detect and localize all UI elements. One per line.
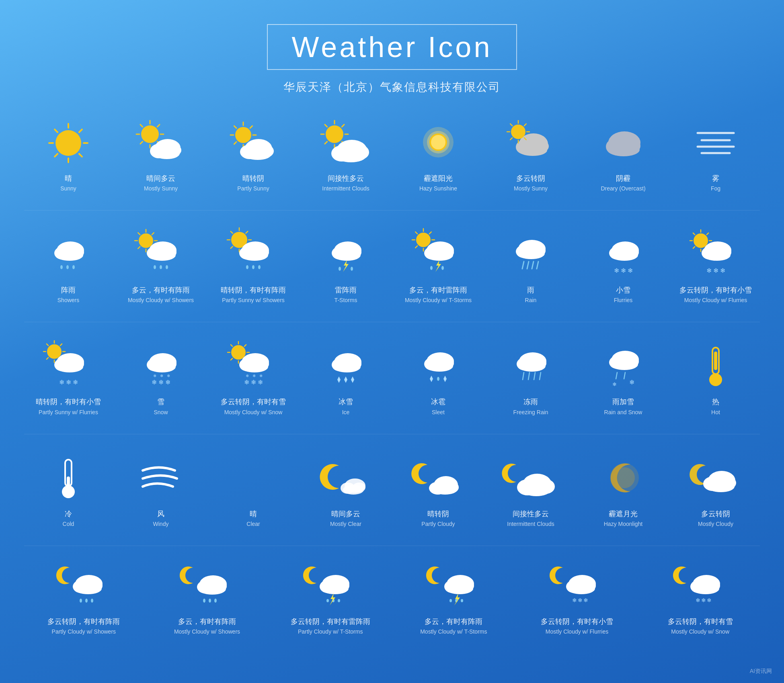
svg-point-55 <box>518 145 547 156</box>
icon-label-cn: 间接性多云 <box>328 174 364 184</box>
icon-row-3: 冷Cold 风Windy 晴Clear 晴间多云Mostly Clear 晴转阴… <box>0 438 784 542</box>
icon-cell-intermittent-clouds-night: 间接性多云Intermittent Clouds <box>486 446 575 534</box>
svg-point-117 <box>351 267 353 271</box>
svg-line-232 <box>540 372 541 380</box>
svg-line-101 <box>231 231 233 233</box>
icon-dreary <box>599 119 647 167</box>
svg-point-285 <box>326 599 329 602</box>
icon-label-en: Sunny <box>60 185 76 192</box>
icon-label-en: Partly Cloudy <box>421 521 455 527</box>
svg-line-126 <box>429 232 431 234</box>
icon-label-en: Mostly Cloudy <box>698 521 733 527</box>
icon-mostly-cloudy-tstorms <box>414 231 462 279</box>
svg-text:❄: ❄ <box>73 379 78 386</box>
icon-label-en: Mostly Cloudy w/ Flurries <box>684 297 747 303</box>
svg-point-270 <box>74 583 102 594</box>
svg-text:❄: ❄ <box>259 374 263 378</box>
svg-marker-288 <box>330 593 335 605</box>
icon-label-en: Hazy Moonlight <box>604 521 643 527</box>
icon-cell-fog: 雾Fog <box>671 111 760 198</box>
svg-point-174 <box>47 344 62 359</box>
svg-point-287 <box>338 599 340 602</box>
svg-text:❄: ❄ <box>152 379 157 386</box>
icon-label-cn: 风 <box>157 509 164 519</box>
svg-line-139 <box>522 262 524 269</box>
svg-line-14 <box>140 125 143 127</box>
svg-point-221 <box>426 360 453 372</box>
icon-cell-partly-cloudy-night: 晴转阴Partly Cloudy <box>394 446 482 534</box>
subtitle: 华辰天泽（北京）气象信息科技有限公司 <box>0 80 784 95</box>
icon-label-en: Mostly Cloudy w/ Snow <box>671 628 729 635</box>
svg-point-116 <box>339 267 341 271</box>
svg-point-132 <box>430 266 433 270</box>
svg-line-38 <box>325 141 327 144</box>
svg-point-292 <box>446 583 473 594</box>
icon-fog <box>692 119 740 167</box>
svg-line-122 <box>415 246 417 248</box>
icon-label-en: Partly Sunny w/ Showers <box>222 297 285 303</box>
svg-point-178 <box>56 361 83 372</box>
icon-label-cn: 多云，有时有阵雨 <box>178 617 236 627</box>
svg-point-146 <box>611 249 638 261</box>
svg-point-307 <box>692 583 719 594</box>
icon-cell-freezing-rain: 冻雨Freezing Rain <box>486 334 575 421</box>
icon-label-cn: 多云，有时有阵雨 <box>425 617 482 627</box>
svg-text:❄: ❄ <box>59 379 64 386</box>
svg-point-293 <box>449 599 452 602</box>
svg-point-77 <box>60 265 63 269</box>
icon-label-cn: 晴转阴 <box>427 509 449 519</box>
svg-point-133 <box>441 266 444 270</box>
svg-line-3 <box>55 154 57 157</box>
svg-line-25 <box>234 142 236 144</box>
icon-label-cn: 多云转阴，有时有雷阵雨 <box>291 617 370 627</box>
icon-mostly-sunny-2 <box>507 119 555 167</box>
svg-point-127 <box>416 233 431 247</box>
svg-point-21 <box>154 148 180 159</box>
icon-cell-partly-sunny-showers: 晴转阴，有时有阵雨Partly Sunny w/ Showers <box>209 223 298 310</box>
icon-label-en: Fog <box>711 185 720 192</box>
svg-point-244 <box>711 375 720 384</box>
icon-sunny <box>44 119 92 167</box>
icon-label-cn: 多云转阴 <box>701 509 730 519</box>
icon-label-en: Rain and Snow <box>604 409 642 415</box>
svg-text:❄: ❄ <box>621 267 626 274</box>
icon-night-mostly-snow: ❄❄❄ <box>676 562 724 610</box>
svg-point-78 <box>66 265 69 269</box>
svg-point-76 <box>56 249 83 261</box>
icon-label-cn: 多云转阴，有时有阵雨 <box>47 617 120 627</box>
icon-night-mostly-tstorms <box>429 562 478 610</box>
icon-label-en: Showers <box>57 297 79 303</box>
icon-label-cn: 阴霾 <box>616 174 630 184</box>
icon-label-en: Hot <box>711 409 720 415</box>
svg-point-95 <box>166 265 168 269</box>
icon-label-cn: 多云，有时雷阵雨 <box>409 285 467 295</box>
icon-label-cn: 小雪 <box>616 285 630 295</box>
svg-text:❄: ❄ <box>696 597 700 603</box>
svg-text:❄: ❄ <box>713 267 718 274</box>
svg-point-228 <box>518 360 546 372</box>
svg-point-110 <box>252 265 254 269</box>
svg-text:❄: ❄ <box>614 267 619 274</box>
watermark: AI资讯网 <box>750 668 772 675</box>
icon-label-en: Partly Sunny <box>237 185 269 192</box>
svg-point-17 <box>141 125 159 143</box>
icon-rain <box>507 231 555 279</box>
svg-rect-246 <box>67 476 70 486</box>
svg-point-43 <box>326 125 343 143</box>
icon-cell-sleet: 冰雹Sleet <box>394 334 482 421</box>
icon-label-cn: 晴转阴，有时有阵雨 <box>221 285 286 295</box>
svg-marker-224 <box>443 376 447 382</box>
icon-label-cn: 多云转阴，有时有小雪 <box>679 285 752 295</box>
icon-label-en: Ice <box>342 409 350 415</box>
svg-point-111 <box>258 265 261 269</box>
svg-point-236 <box>611 359 638 370</box>
svg-line-140 <box>527 262 529 269</box>
icon-cell-windy: 风Windy <box>117 446 205 534</box>
svg-text:❄: ❄ <box>258 379 263 386</box>
svg-text:❄: ❄ <box>583 597 588 603</box>
svg-line-231 <box>534 372 535 380</box>
icon-label-en: Snow <box>154 409 168 415</box>
svg-line-142 <box>537 262 538 269</box>
svg-line-157 <box>707 233 708 235</box>
svg-line-238 <box>624 372 625 379</box>
